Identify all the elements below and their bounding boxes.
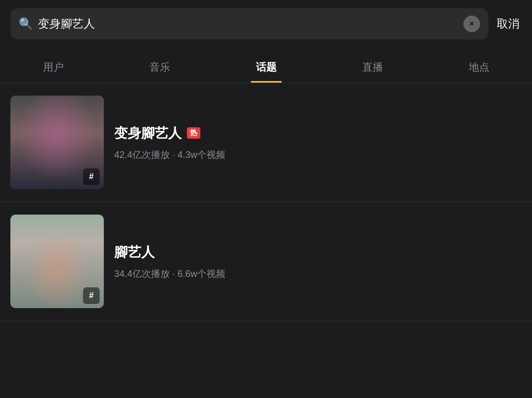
tab-live[interactable]: 直播 [319,53,426,83]
cancel-button[interactable]: 取消 [495,16,522,32]
result-info-1: 变身腳艺人 热 42.4亿次播放 · 4.3w个视频 [114,124,522,161]
result-info-2: 腳艺人 34.4亿次播放 · 6.6w个视频 [114,243,522,280]
clear-button[interactable]: × [463,16,480,32]
hash-badge-2: # [83,287,100,304]
search-bar[interactable]: 🔍 变身腳艺人 × [10,8,488,39]
tabs-container: 用户 音乐 话题 直播 地点 [0,48,532,83]
list-item[interactable]: # 变身腳艺人 热 42.4亿次播放 · 4.3w个视频 [0,83,532,202]
search-input[interactable]: 变身腳艺人 [38,16,458,32]
search-bar-container: 🔍 变身腳艺人 × 取消 [0,0,532,48]
tab-topics[interactable]: 话题 [213,53,319,83]
result-title-1: 变身腳艺人 [114,124,182,142]
hash-badge-1: # [83,168,100,185]
hot-badge-1: 热 [187,127,200,139]
search-icon: 🔍 [19,17,33,31]
result-title-row-1: 变身腳艺人 热 [114,124,522,142]
result-meta-1: 42.4亿次播放 · 4.3w个视频 [114,149,522,161]
tab-music[interactable]: 音乐 [106,53,213,83]
list-item[interactable]: # 腳艺人 34.4亿次播放 · 6.6w个视频 [0,202,532,321]
result-title-row-2: 腳艺人 [114,243,522,261]
result-meta-2: 34.4亿次播放 · 6.6w个视频 [114,268,522,280]
thumbnail-1: # [10,96,104,189]
result-title-2: 腳艺人 [114,243,155,261]
tab-places[interactable]: 地点 [426,53,532,83]
results-container: # 变身腳艺人 热 42.4亿次播放 · 4.3w个视频 # 腳艺人 34.4亿… [0,83,532,321]
thumbnail-2: # [10,215,104,308]
tab-users[interactable]: 用户 [0,53,106,83]
